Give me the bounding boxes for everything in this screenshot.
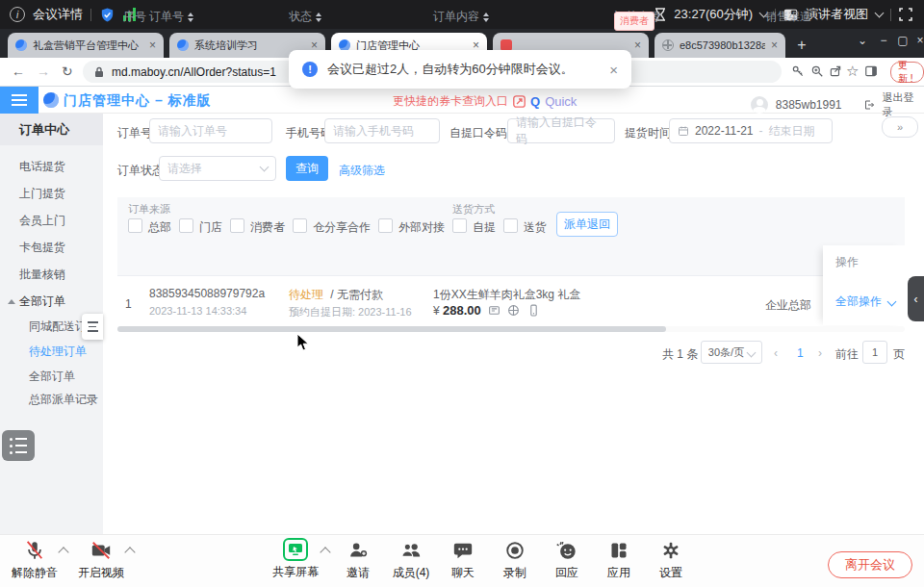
page-size-select[interactable]: 30条/页 bbox=[701, 341, 762, 364]
checkbox-icon[interactable] bbox=[128, 218, 142, 233]
sort-icon[interactable] bbox=[188, 13, 193, 22]
divider bbox=[90, 9, 91, 21]
meeting-details-label[interactable]: 会议详情 bbox=[33, 6, 83, 23]
checkbox-external[interactable]: 外部对接 bbox=[378, 218, 445, 236]
leave-meeting-button[interactable]: 离开会议 bbox=[828, 551, 912, 578]
unmute-button[interactable]: 解除静音 bbox=[4, 537, 65, 581]
checkbox-icon[interactable] bbox=[293, 218, 307, 233]
tab-close-icon[interactable]: × bbox=[149, 38, 156, 52]
sidebar-group-label: 全部订单 bbox=[19, 294, 65, 310]
browser-tab[interactable]: 礼盒营销平台管理中心 × bbox=[8, 33, 164, 58]
sidebar-group-all-orders[interactable]: 全部订单 bbox=[0, 289, 103, 314]
view-dropdown-icon[interactable] bbox=[875, 9, 885, 18]
next-page-icon[interactable]: › bbox=[818, 346, 822, 360]
search-button[interactable]: 查询 bbox=[286, 156, 328, 181]
checkbox-icon[interactable] bbox=[230, 218, 244, 233]
quick-label[interactable]: Quick bbox=[545, 94, 577, 109]
table-horizontal-scrollbar[interactable] bbox=[117, 326, 905, 332]
sidebar-item-door-pickup[interactable]: 上门提货 bbox=[0, 181, 103, 206]
zoom-icon[interactable] bbox=[810, 64, 824, 81]
tab-close-icon[interactable]: × bbox=[771, 38, 778, 52]
sidebar-subitem-hq-dispatch-log[interactable]: 总部派单记录 bbox=[0, 387, 103, 412]
checkbox-store[interactable]: 门店 bbox=[179, 218, 222, 236]
window-minimize-button[interactable]: − bbox=[874, 34, 893, 47]
advanced-filter-link[interactable]: 高级筛选 bbox=[339, 163, 385, 179]
coupon-icon[interactable] bbox=[488, 304, 500, 319]
checkbox-self-pickup[interactable]: 自提 bbox=[452, 218, 496, 236]
collapse-filters-button[interactable]: » bbox=[882, 116, 918, 138]
dispatch-return-button[interactable]: 派单退回 bbox=[556, 212, 618, 237]
order-status-select[interactable]: 请选择 bbox=[159, 156, 276, 181]
checkbox-icon[interactable] bbox=[452, 218, 467, 233]
col-order-no[interactable]: 订单号 bbox=[149, 9, 193, 25]
settings-button[interactable]: 设置 bbox=[640, 537, 702, 581]
forward-icon[interactable]: → bbox=[37, 64, 50, 79]
new-tab-button[interactable]: + bbox=[791, 35, 812, 56]
checkbox-consumer[interactable]: 消费者 bbox=[230, 218, 285, 236]
sidebar-subitem-pending-orders[interactable]: 待处理订单 bbox=[0, 339, 103, 364]
order-no-input[interactable]: 请输入订单号 bbox=[149, 118, 272, 143]
pickup-time-range-input[interactable]: 2022-11-21 - 结束日期 bbox=[669, 118, 833, 143]
checkbox-label: 消费者 bbox=[250, 220, 285, 234]
floating-list-button[interactable] bbox=[2, 430, 35, 461]
checkbox-icon[interactable] bbox=[503, 218, 518, 233]
sort-icon[interactable] bbox=[483, 13, 489, 22]
bookmark-star-icon[interactable]: ☆ bbox=[846, 63, 859, 80]
checkbox-hq[interactable]: 总部 bbox=[128, 218, 171, 236]
sidebar-subitem-label: 总部派单记录 bbox=[29, 392, 98, 408]
col-status[interactable]: 状态 bbox=[289, 9, 321, 25]
prev-page-icon[interactable]: ‹ bbox=[774, 346, 778, 360]
tab-close-icon[interactable]: × bbox=[634, 38, 641, 52]
key-icon[interactable] bbox=[791, 64, 805, 81]
row-action-dropdown[interactable]: 全部操作 bbox=[835, 294, 895, 310]
sidebar-expand-handle[interactable] bbox=[82, 314, 103, 340]
gift-icon[interactable] bbox=[507, 304, 520, 319]
logout-button[interactable]: 退出登录 bbox=[883, 90, 924, 119]
pickup-code-input[interactable]: 请输入自提口令码 bbox=[507, 118, 615, 143]
reload-icon[interactable]: ↻ bbox=[62, 64, 73, 79]
checkbox-icon[interactable] bbox=[378, 218, 393, 233]
share-icon[interactable] bbox=[829, 64, 842, 81]
start-video-button[interactable]: 开启视频 bbox=[70, 537, 132, 581]
tab-search-icon[interactable]: ⌄ bbox=[853, 34, 872, 47]
checkbox-delivery[interactable]: 送货 bbox=[503, 218, 547, 236]
checkbox-icon[interactable] bbox=[179, 218, 193, 233]
promo-link[interactable]: 更快捷的券卡查询入口 bbox=[393, 93, 508, 110]
security-shield-icon[interactable] bbox=[99, 7, 116, 23]
user-avatar[interactable] bbox=[751, 96, 768, 114]
goto-page-input[interactable]: 1 bbox=[862, 341, 887, 364]
view-mode-label[interactable]: 演讲者视图 bbox=[806, 6, 868, 23]
browser-update-button[interactable]: 更新 ! bbox=[890, 62, 924, 83]
start-date-value: 2022-11-21 bbox=[695, 124, 754, 138]
sidebar-item-member-visit[interactable]: 会员上门 bbox=[0, 208, 103, 233]
status-pending: 待处理 bbox=[289, 288, 323, 301]
sidebar-subitem-all-orders[interactable]: 全部订单 bbox=[0, 364, 103, 389]
toast-close-icon[interactable]: × bbox=[609, 62, 618, 78]
meeting-info-icon[interactable]: i bbox=[10, 7, 25, 22]
filter-order-no-label: 订单号 bbox=[117, 125, 152, 141]
back-icon[interactable]: ← bbox=[12, 64, 25, 79]
checkbox-warehouse-share[interactable]: 仓分享合作 bbox=[293, 218, 371, 236]
window-maximize-button[interactable]: ▢ bbox=[893, 34, 912, 47]
window-close-button[interactable]: × bbox=[911, 34, 924, 47]
sort-icon[interactable] bbox=[316, 13, 321, 22]
scrollbar-thumb[interactable] bbox=[117, 326, 666, 332]
meeting-panel-toggle[interactable]: ‹ bbox=[908, 276, 924, 321]
sidebar-item-batch-verify[interactable]: 批量核销 bbox=[0, 262, 103, 287]
col-content[interactable]: 订单内容 bbox=[433, 9, 489, 25]
browser-tab[interactable]: e8c573980b1328a258fd2e6 × bbox=[654, 33, 785, 58]
source-filter-title: 订单来源 bbox=[128, 202, 170, 217]
tab-title: 礼盒营销平台管理中心 bbox=[33, 38, 143, 53]
sidebar-item-card-pickup[interactable]: 卡包提货 bbox=[0, 235, 103, 260]
sidebar-item-label: 批量核销 bbox=[19, 267, 65, 283]
current-page[interactable]: 1 bbox=[797, 346, 804, 360]
sidebar-item-phone-pickup[interactable]: 电话提货 bbox=[0, 154, 103, 179]
phone-input[interactable]: 请输入手机号码 bbox=[324, 118, 440, 143]
phone-icon[interactable] bbox=[527, 304, 540, 319]
tab-title: 系统培训学习 bbox=[194, 38, 305, 53]
app-header: 门店管理中心 – 标准版 更快捷的券卡查询入口 Q Quick 8385wb19… bbox=[0, 87, 924, 114]
menu-toggle-button[interactable] bbox=[0, 87, 38, 114]
share-screen-button[interactable]: 共享屏幕 bbox=[265, 536, 326, 580]
filter-time-label: 提货时间 bbox=[625, 125, 671, 141]
fullscreen-icon[interactable] bbox=[899, 8, 912, 21]
